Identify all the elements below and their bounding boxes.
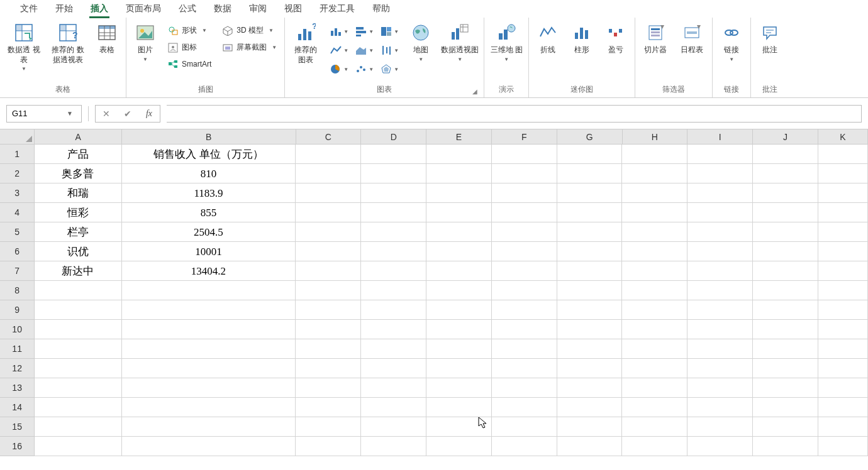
cell-D10[interactable] xyxy=(361,320,426,339)
cell-H5[interactable] xyxy=(622,222,687,242)
cell-G9[interactable] xyxy=(557,300,623,320)
cell-E2[interactable] xyxy=(426,164,492,183)
cell-A10[interactable] xyxy=(35,320,121,339)
cell-K6[interactable] xyxy=(818,242,868,261)
menu-item-页面布局[interactable]: 页面布局 xyxy=(117,1,170,17)
cell-I14[interactable] xyxy=(687,398,753,417)
cell-F6[interactable] xyxy=(492,242,557,261)
cell-C6[interactable] xyxy=(296,242,361,261)
pivotchart-button[interactable]: 数据透视图 ▼ xyxy=(441,20,479,62)
cell-H4[interactable] xyxy=(622,203,687,222)
cell-A6[interactable]: 识优 xyxy=(35,242,121,261)
cell-A11[interactable] xyxy=(35,339,121,359)
cell-E14[interactable] xyxy=(426,398,492,417)
cell-C13[interactable] xyxy=(296,378,361,398)
cell-C10[interactable] xyxy=(296,320,361,339)
cell-G15[interactable] xyxy=(557,417,623,437)
cell-C2[interactable] xyxy=(296,164,361,183)
cell-B5[interactable]: 2504.5 xyxy=(122,222,296,242)
row-header-3[interactable]: 3 xyxy=(0,183,35,203)
scatter-chart-button[interactable]: ▼ xyxy=(353,60,376,78)
smartart-button[interactable]: SmartArt xyxy=(165,58,214,70)
cell-B4[interactable]: 855 xyxy=(122,203,296,222)
cell-F13[interactable] xyxy=(492,378,557,398)
cell-H15[interactable] xyxy=(622,417,687,437)
cell-H16[interactable] xyxy=(622,437,687,456)
row-header-8[interactable]: 8 xyxy=(0,281,35,300)
cell-I13[interactable] xyxy=(687,378,753,398)
map-chart-button[interactable]: 地图 ▼ xyxy=(407,20,435,62)
menu-item-开发工具[interactable]: 开发工具 xyxy=(311,1,364,17)
name-box[interactable]: ▼ xyxy=(6,105,82,123)
cell-E8[interactable] xyxy=(426,281,492,300)
dialog-launcher-icon[interactable]: ◢ xyxy=(472,88,477,95)
cell-D6[interactable] xyxy=(361,242,426,261)
cell-E1[interactable] xyxy=(426,145,492,164)
cell-H13[interactable] xyxy=(622,378,687,398)
cell-K2[interactable] xyxy=(818,164,868,183)
cell-C12[interactable] xyxy=(296,359,361,378)
menu-item-帮助[interactable]: 帮助 xyxy=(364,1,399,17)
cell-A5[interactable]: 栏亭 xyxy=(35,222,121,242)
cell-C3[interactable] xyxy=(296,183,361,203)
cell-D14[interactable] xyxy=(361,398,426,417)
cell-F3[interactable] xyxy=(492,183,557,203)
cell-E15[interactable] xyxy=(426,417,492,437)
row-header-1[interactable]: 1 xyxy=(0,145,35,164)
cell-G14[interactable] xyxy=(557,398,623,417)
pivot-table-button[interactable]: 数据透 视表 ▼ xyxy=(5,20,43,72)
cell-E13[interactable] xyxy=(426,378,492,398)
cell-H2[interactable] xyxy=(622,164,687,183)
cell-H7[interactable] xyxy=(622,261,687,281)
cell-G16[interactable] xyxy=(557,437,623,456)
formula-input[interactable] xyxy=(167,105,862,123)
cell-J15[interactable] xyxy=(753,417,818,437)
row-header-15[interactable]: 15 xyxy=(0,417,35,437)
chevron-down-icon[interactable]: ▼ xyxy=(64,110,76,117)
cell-I16[interactable] xyxy=(687,437,753,456)
radar-chart-button[interactable]: ▼ xyxy=(378,60,401,78)
cell-G8[interactable] xyxy=(557,281,623,300)
cell-H11[interactable] xyxy=(622,339,687,359)
cell-B7[interactable]: 13404.2 xyxy=(122,261,296,281)
cell-A3[interactable]: 和瑞 xyxy=(35,183,121,203)
cell-I5[interactable] xyxy=(687,222,753,242)
cell-H3[interactable] xyxy=(622,183,687,203)
cell-A13[interactable] xyxy=(35,378,121,398)
cell-G2[interactable] xyxy=(557,164,623,183)
cell-F1[interactable] xyxy=(492,145,557,164)
column-header-J[interactable]: J xyxy=(753,129,818,145)
column-header-H[interactable]: H xyxy=(623,129,688,145)
cell-D13[interactable] xyxy=(361,378,426,398)
cell-C16[interactable] xyxy=(296,437,361,456)
cell-A7[interactable]: 新达中 xyxy=(35,261,121,281)
cell-F7[interactable] xyxy=(492,261,557,281)
cell-K7[interactable] xyxy=(818,261,868,281)
3d-model-button[interactable]: 3D 模型 ▼ xyxy=(220,24,279,37)
cell-J14[interactable] xyxy=(753,398,818,417)
row-header-12[interactable]: 12 xyxy=(0,359,35,378)
sparkline-winloss-button[interactable]: 盈亏 xyxy=(602,20,630,55)
cell-G3[interactable] xyxy=(557,183,623,203)
cell-I15[interactable] xyxy=(687,417,753,437)
cell-G6[interactable] xyxy=(557,242,623,261)
cell-F11[interactable] xyxy=(492,339,557,359)
menu-item-视图[interactable]: 视图 xyxy=(275,1,311,17)
cell-J12[interactable] xyxy=(753,359,818,378)
row-header-11[interactable]: 11 xyxy=(0,339,35,359)
row-header-14[interactable]: 14 xyxy=(0,398,35,417)
cell-D2[interactable] xyxy=(361,164,426,183)
cell-I8[interactable] xyxy=(687,281,753,300)
cell-K11[interactable] xyxy=(818,339,868,359)
cell-B16[interactable] xyxy=(122,437,296,456)
cell-I12[interactable] xyxy=(687,359,753,378)
shapes-button[interactable]: 形状 ▼ xyxy=(165,24,214,37)
menu-item-文件[interactable]: 文件 xyxy=(11,1,47,17)
cell-J11[interactable] xyxy=(753,339,818,359)
cell-H10[interactable] xyxy=(622,320,687,339)
cell-B10[interactable] xyxy=(122,320,296,339)
cell-A4[interactable]: 恒彩 xyxy=(35,203,121,222)
cell-K9[interactable] xyxy=(818,300,868,320)
slicer-button[interactable]: 切片器 xyxy=(640,20,670,55)
cell-F10[interactable] xyxy=(492,320,557,339)
